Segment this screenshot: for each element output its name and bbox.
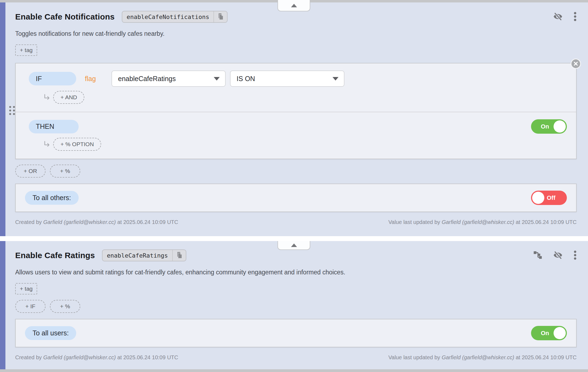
collapse-arrow-icon	[291, 4, 297, 7]
card-actions	[533, 250, 577, 261]
copy-key-button[interactable]	[173, 250, 186, 261]
updated-at: at 2025.06.24 10:09 UTC	[516, 354, 577, 360]
last-updated-text: Value last updated by Garfield (garfield…	[388, 354, 577, 361]
branch-arrow-icon	[43, 140, 50, 148]
card-footer: Created by Garfield (garfield@whisker.cc…	[15, 219, 577, 225]
card-footer: Created by Garfield (garfield@whisker.cc…	[15, 354, 577, 361]
chevron-down-icon	[214, 77, 220, 81]
condition-type-label: flag	[85, 75, 96, 83]
toggle-knob	[554, 327, 566, 339]
fallback-label-pill: To all users:	[25, 326, 76, 340]
hierarchy-tree-icon	[533, 251, 542, 261]
fallback-label-pill: To all others:	[25, 191, 79, 205]
prerequisite-flag-select[interactable]: enableCafeRatings	[111, 70, 226, 87]
page-bottom-edge	[0, 369, 588, 372]
updated-prefix: Value last updated by	[388, 219, 440, 225]
toggle-label: Off	[547, 194, 555, 201]
add-percentage-rule-button[interactable]: + %	[50, 165, 80, 178]
close-x-icon	[574, 62, 578, 66]
branch-arrow-icon	[43, 94, 50, 101]
hide-flag-button[interactable]	[553, 250, 563, 261]
updated-prefix: Value last updated by	[388, 354, 440, 360]
collapse-card-button[interactable]	[277, 241, 310, 250]
copy-icon	[176, 251, 183, 260]
flag-key: enableCafeRatings	[103, 250, 173, 261]
card-header: Enable Cafe Ratings enableCafeRatings	[15, 249, 577, 262]
eye-off-icon	[553, 12, 563, 22]
toggle-knob	[532, 192, 544, 204]
if-pill: IF	[29, 72, 76, 85]
add-rule-buttons: + IF + %	[15, 300, 577, 313]
last-updated-text: Value last updated by Garfield (garfield…	[388, 219, 577, 225]
comparator-select[interactable]: IS ON	[230, 70, 344, 87]
add-if-rule-button[interactable]: + IF	[15, 300, 46, 313]
card-header: Enable Cafe Notifications enableCafeNoti…	[15, 10, 577, 24]
created-at: at 2025.06.24 10:09 UTC	[117, 219, 178, 225]
created-prefix: Created by	[15, 354, 42, 360]
prerequisite-usage-button[interactable]	[533, 251, 542, 261]
card-actions	[553, 11, 577, 23]
copy-key-button[interactable]	[214, 11, 227, 22]
collapse-arrow-icon	[291, 243, 297, 247]
toggle-knob	[554, 120, 566, 133]
created-by-text: Created by Garfield (garfield@whisker.cc…	[15, 354, 178, 361]
add-tag-button[interactable]: + tag	[15, 283, 37, 294]
comparator-value: IS ON	[237, 75, 255, 83]
updated-author: Garfield (garfield@whisker.cc)	[442, 354, 514, 360]
add-and-condition-button[interactable]: + AND	[53, 91, 84, 104]
if-condition-section: IF flag enableCafeRatings IS ON + AND	[16, 63, 576, 112]
then-value-toggle[interactable]: On	[531, 119, 567, 134]
flag-card-enable-cafe-notifications: Enable Cafe Notifications enableCafeNoti…	[0, 2, 588, 236]
add-percentage-rule-button[interactable]: + %	[50, 300, 80, 313]
flag-description: Allows users to view and submit ratings …	[15, 269, 577, 276]
flag-title: Enable Cafe Ratings	[15, 251, 95, 260]
flag-card-enable-cafe-ratings: Enable Cafe Ratings enableCafeRatings	[0, 241, 588, 369]
then-section: THEN On + % OPTION	[16, 112, 576, 159]
more-menu-button[interactable]	[574, 11, 577, 23]
card-gap	[0, 236, 588, 241]
hide-flag-button[interactable]	[553, 12, 563, 22]
prerequisite-flag-value: enableCafeRatings	[118, 75, 176, 83]
kebab-menu-icon	[574, 11, 577, 23]
toggle-label: On	[541, 123, 549, 130]
created-at: at 2025.06.24 10:09 UTC	[117, 354, 178, 360]
eye-off-icon	[553, 250, 563, 261]
then-pill: THEN	[29, 120, 79, 133]
flag-key-badge: enableCafeRatings	[102, 249, 186, 261]
updated-at: at 2025.06.24 10:09 UTC	[516, 219, 577, 225]
add-rule-buttons: + OR + %	[15, 165, 577, 178]
targeting-rule-group: IF flag enableCafeRatings IS ON + AND	[15, 63, 577, 159]
created-prefix: Created by	[15, 219, 42, 225]
created-author: Garfield (garfield@whisker.cc)	[43, 354, 116, 360]
fallback-value-toggle[interactable]: Off	[531, 191, 567, 205]
add-percentage-option-button[interactable]: + % OPTION	[53, 138, 101, 151]
fallback-value-toggle[interactable]: On	[531, 326, 567, 340]
card-accent-bar	[0, 2, 5, 236]
card-accent-bar	[0, 241, 5, 369]
updated-author: Garfield (garfield@whisker.cc)	[442, 219, 514, 225]
flag-title: Enable Cafe Notifications	[15, 12, 115, 21]
add-tag-button[interactable]: + tag	[15, 44, 37, 56]
collapse-card-button[interactable]	[277, 0, 310, 11]
flag-key-badge: enableCafeNotifications	[122, 11, 228, 23]
created-author: Garfield (garfield@whisker.cc)	[43, 219, 116, 225]
default-value-row: To all users: On	[15, 319, 577, 347]
delete-rule-button[interactable]	[571, 59, 581, 69]
rule-drag-handle[interactable]	[8, 105, 16, 116]
add-or-rule-button[interactable]: + OR	[15, 165, 46, 178]
copy-icon	[217, 13, 224, 21]
default-value-row: To all others: Off	[15, 184, 577, 212]
flag-description: Toggles notifications for new cat-friend…	[15, 30, 577, 37]
created-by-text: Created by Garfield (garfield@whisker.cc…	[15, 219, 178, 225]
flag-key: enableCafeNotifications	[122, 11, 214, 22]
chevron-down-icon	[333, 77, 338, 81]
kebab-menu-icon	[574, 250, 577, 261]
more-menu-button[interactable]	[574, 250, 577, 261]
toggle-label: On	[541, 330, 549, 337]
